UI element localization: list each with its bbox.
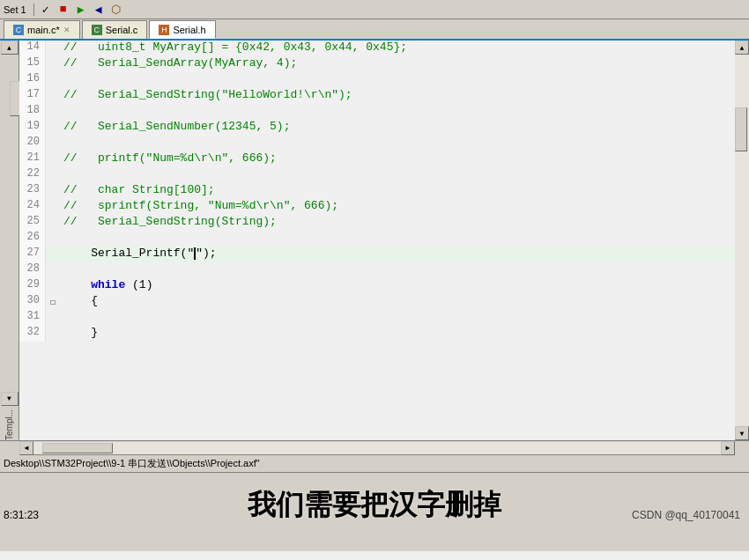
watermark: CSDN @qq_40170041 [632, 509, 740, 521]
line-content-18 [60, 104, 735, 120]
toolbar-icon-2[interactable]: ■ [56, 2, 71, 18]
line-content-30: { [60, 294, 735, 310]
bottom-area: 8:31:23 我们需要把汉字删掉 CSDN @qq_40170041 [0, 472, 749, 551]
tab-bar: C main.c* ✕ C Serial.c H Serial.h [0, 19, 749, 41]
line-num-16: 16 [19, 72, 46, 88]
code-line-16: 16 [19, 72, 735, 88]
line-content-28 [60, 262, 735, 278]
status-path: Desktop\\STM32Project\\9-1 串口发送\\Objects… [4, 457, 745, 470]
hscroll-corner-right [735, 441, 749, 455]
line-content-32: } [60, 326, 735, 342]
line-num-14: 14 [19, 41, 46, 56]
code-line-14: 14 // uint8_t MyArray[] = {0x42, 0x43, 0… [19, 41, 735, 56]
line-num-20: 20 [19, 136, 46, 151]
code-line-30: 30 ◻ { [19, 294, 735, 310]
vscroll-track[interactable] [735, 55, 749, 426]
hscroll-left-button[interactable]: ◀ [19, 441, 33, 455]
chinese-overlay-text: 我们需要把汉字删掉 [248, 486, 501, 525]
line-content-31 [60, 310, 735, 326]
vscroll-thumb[interactable] [735, 107, 747, 151]
code-line-23: 23 // char String[100]; [19, 183, 735, 199]
toolbar-icon-3[interactable]: ▶ [73, 2, 89, 18]
horizontal-scrollbar[interactable]: ◀ ▶ [0, 440, 749, 454]
line-marker-15 [46, 56, 60, 72]
line-num-27: 27 [19, 247, 46, 262]
code-line-17: 17 // Serial_SendString("HelloWorld!\r\n… [19, 88, 735, 104]
vscroll-up-button[interactable]: ▲ [735, 41, 749, 55]
left-scroll-down[interactable]: ▼ [1, 392, 19, 406]
line-num-32: 32 [19, 326, 46, 342]
tab-set-label: Set 1 [4, 4, 26, 15]
line-marker-26 [46, 231, 60, 247]
tab-icon-serial-c: C [92, 25, 102, 35]
line-marker-22 [46, 167, 60, 183]
left-scroll-up[interactable]: ▲ [1, 41, 19, 55]
line-num-19: 19 [19, 120, 46, 136]
line-num-17: 17 [19, 88, 46, 104]
status-bar: Desktop\\STM32Project\\9-1 串口发送\\Objects… [0, 454, 749, 472]
code-line-32: 32 } [19, 326, 735, 342]
code-line-21: 21 // printf("Num=%d\r\n", 666); [19, 151, 735, 167]
toolbar-icon-5[interactable]: ⬡ [108, 2, 124, 18]
main-layout: ▲ ▼ Templ... 14 // uint8_t MyArray[] = {… [0, 41, 749, 440]
line-marker-30: ◻ [46, 294, 60, 310]
line-marker-18 [46, 104, 60, 120]
line-content-27: Serial_Printf(""); [60, 247, 735, 262]
line-num-22: 22 [19, 167, 46, 183]
tab-label-serial-c: Serial.c [106, 25, 138, 35]
line-content-17: // Serial_SendString("HelloWorld!\r\n"); [60, 88, 735, 104]
line-marker-16 [46, 72, 60, 88]
code-line-26: 26 [19, 231, 735, 247]
hscroll-track[interactable] [33, 442, 721, 454]
code-line-29: 29 while (1) [19, 278, 735, 294]
code-line-20: 20 [19, 136, 735, 151]
code-line-27: 27 Serial_Printf(""); [19, 247, 735, 262]
line-marker-28 [46, 262, 60, 278]
line-content-22 [60, 167, 735, 183]
line-marker-31 [46, 310, 60, 326]
line-num-29: 29 [19, 278, 46, 294]
line-content-23: // char String[100]; [60, 183, 735, 199]
line-content-19: // Serial_SendNumber(12345, 5); [60, 120, 735, 136]
line-marker-17 [46, 88, 60, 104]
line-marker-14 [46, 41, 60, 56]
line-num-15: 15 [19, 56, 46, 72]
tab-close-main-c[interactable]: ✕ [63, 26, 70, 34]
hscroll-corner-left [0, 441, 19, 455]
code-line-24: 24 // sprintf(String, "Num=%d\r\n", 666)… [19, 199, 735, 215]
toolbar-icon-1[interactable]: ✓ [38, 2, 54, 18]
line-content-16 [60, 72, 735, 88]
toolbar-divider [33, 4, 34, 16]
toolbar-icon-4[interactable]: ◀ [91, 2, 107, 18]
line-marker-24 [46, 199, 60, 215]
line-marker-25 [46, 215, 60, 231]
line-marker-20 [46, 136, 60, 151]
line-content-15: // Serial_SendArray(MyArray, 4); [60, 56, 735, 72]
tab-serial-c[interactable]: C Serial.c [82, 20, 148, 39]
line-marker-23 [46, 183, 60, 199]
hscroll-thumb[interactable] [42, 443, 113, 453]
line-content-26 [60, 231, 735, 247]
line-marker-19 [46, 120, 60, 136]
tab-label-serial-h: Serial.h [173, 25, 205, 35]
tab-main-c[interactable]: C main.c* ✕ [4, 20, 80, 39]
line-content-24: // sprintf(String, "Num=%d\r\n", 666); [60, 199, 735, 215]
line-marker-29 [46, 278, 60, 294]
timestamp: 8:31:23 [4, 509, 39, 521]
line-content-20 [60, 136, 735, 151]
line-num-21: 21 [19, 151, 46, 167]
code-line-22: 22 [19, 167, 735, 183]
hscroll-right-button[interactable]: ▶ [721, 441, 735, 455]
vertical-scrollbar[interactable]: ▲ ▼ [735, 41, 749, 440]
vscroll-down-button[interactable]: ▼ [735, 426, 749, 440]
line-num-18: 18 [19, 104, 46, 120]
line-content-29: while (1) [60, 278, 735, 294]
code-editor[interactable]: 14 // uint8_t MyArray[] = {0x42, 0x43, 0… [19, 41, 735, 440]
line-num-25: 25 [19, 215, 46, 231]
line-content-14: // uint8_t MyArray[] = {0x42, 0x43, 0x44… [60, 41, 735, 56]
tab-icon-serial-h: H [159, 25, 169, 35]
toolbar: Set 1 ✓ ■ ▶ ◀ ⬡ [0, 0, 749, 19]
tab-serial-h[interactable]: H Serial.h [149, 20, 215, 39]
left-panel-label: Templ... [4, 409, 14, 440]
line-content-21: // printf("Num=%d\r\n", 666); [60, 151, 735, 167]
